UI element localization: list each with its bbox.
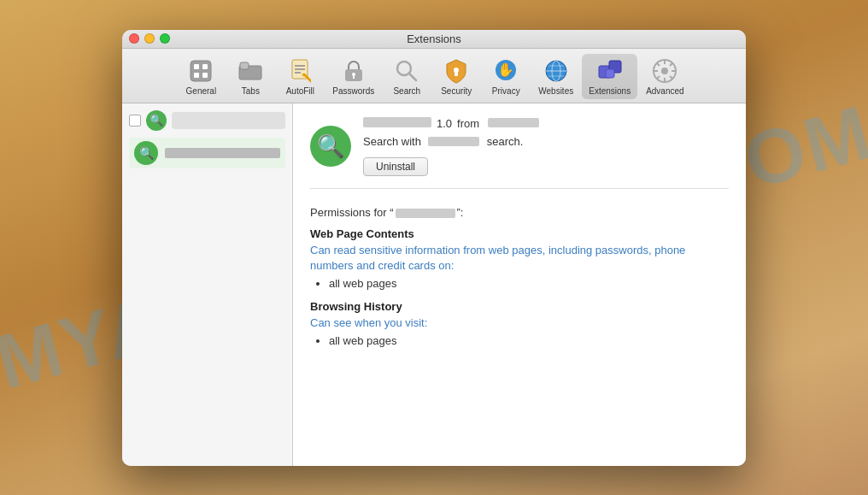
extension-name-row: 1.0 from bbox=[363, 117, 729, 130]
svg-line-35 bbox=[670, 76, 673, 80]
perm-group-desc-1: Can see when you visit: bbox=[310, 315, 729, 331]
toolbar-item-autofill[interactable]: AutoFill bbox=[276, 54, 324, 99]
perm-list-item: all web pages bbox=[329, 334, 729, 347]
passwords-icon bbox=[340, 57, 367, 85]
toolbar-label-passwords: Passwords bbox=[332, 86, 374, 96]
permissions-name-bar bbox=[396, 209, 455, 218]
toolbar-item-security[interactable]: Security bbox=[432, 54, 480, 99]
svg-rect-27 bbox=[606, 69, 614, 78]
svg-line-34 bbox=[657, 62, 660, 66]
svg-rect-13 bbox=[353, 75, 355, 79]
toolbar-label-search: Search bbox=[393, 86, 420, 96]
uninstall-button[interactable]: Uninstall bbox=[363, 157, 428, 176]
perm-group-desc-0: Can read sensitive information from web … bbox=[310, 243, 729, 274]
content-area: 🔍 🔍 🔍 1.0 from bbox=[122, 103, 746, 466]
permission-group-web-page-contents: Web Page Contents Can read sensitive inf… bbox=[310, 227, 729, 290]
toolbar-label-privacy: Privacy bbox=[492, 86, 520, 96]
toolbar: General Tabs A bbox=[122, 49, 746, 103]
permissions-section: Permissions for “”: Web Page Contents Ca… bbox=[310, 201, 729, 348]
safari-extensions-window: Extensions General T bbox=[122, 30, 746, 466]
search-toolbar-icon bbox=[393, 57, 420, 85]
perm-group-title-0: Web Page Contents bbox=[310, 227, 729, 240]
toolbar-item-advanced[interactable]: Advanced bbox=[639, 54, 690, 99]
extension-name-bar bbox=[363, 117, 431, 127]
perm-item-text-1-0: all web pages bbox=[329, 334, 397, 347]
svg-rect-6 bbox=[240, 62, 249, 69]
extension-info: 1.0 from Search with search. Uninstall bbox=[363, 117, 729, 176]
minimize-button[interactable] bbox=[144, 33, 155, 44]
close-button[interactable] bbox=[129, 33, 139, 44]
ext-desc-search-with: Search with bbox=[363, 135, 421, 148]
toolbar-label-autofill: AutoFill bbox=[286, 86, 314, 96]
permissions-suffix: ”: bbox=[457, 206, 464, 219]
sidebar: 🔍 🔍 bbox=[122, 103, 293, 466]
svg-text:✋: ✋ bbox=[497, 62, 514, 78]
extension-from-bar bbox=[488, 118, 539, 127]
security-icon bbox=[443, 57, 470, 85]
sidebar-toolbar: 🔍 bbox=[129, 110, 285, 131]
svg-rect-0 bbox=[191, 61, 211, 81]
svg-rect-3 bbox=[194, 73, 199, 78]
main-panel: 🔍 1.0 from Search with search. Unins bbox=[293, 103, 746, 466]
toolbar-item-search[interactable]: Search bbox=[383, 54, 431, 99]
toolbar-item-tabs[interactable]: Tabs bbox=[226, 54, 274, 99]
svg-rect-4 bbox=[202, 73, 208, 78]
sidebar-extension-icon: 🔍 bbox=[134, 141, 158, 165]
ext-desc-suffix: search. bbox=[487, 135, 524, 148]
svg-rect-17 bbox=[455, 72, 458, 76]
toolbar-item-websites[interactable]: Websites bbox=[531, 54, 580, 99]
permission-group-browsing-history: Browsing History Can see when you visit:… bbox=[310, 300, 729, 347]
ext-desc-name-bar bbox=[428, 137, 479, 146]
permissions-prefix: Permissions for “ bbox=[310, 206, 394, 219]
extension-description: Search with search. bbox=[363, 133, 729, 149]
sidebar-checkbox[interactable] bbox=[129, 115, 141, 127]
toolbar-label-websites: Websites bbox=[538, 86, 573, 96]
perm-list-item: all web pages bbox=[329, 277, 729, 290]
extension-icon: 🔍 bbox=[310, 126, 351, 167]
toolbar-label-tabs: Tabs bbox=[242, 86, 260, 96]
tabs-icon bbox=[237, 57, 264, 85]
toolbar-label-advanced: Advanced bbox=[646, 86, 683, 96]
websites-icon bbox=[542, 57, 570, 85]
extensions-icon bbox=[596, 57, 624, 85]
sidebar-extension-name bbox=[165, 148, 280, 158]
general-icon bbox=[187, 57, 214, 85]
extension-version: 1.0 bbox=[437, 117, 452, 130]
toolbar-label-security: Security bbox=[441, 86, 472, 96]
svg-line-37 bbox=[657, 76, 660, 80]
traffic-lights bbox=[129, 33, 170, 44]
uninstall-row: Uninstall bbox=[363, 149, 729, 176]
svg-line-36 bbox=[670, 62, 673, 66]
perm-list-0: all web pages bbox=[310, 277, 729, 290]
titlebar: Extensions bbox=[122, 30, 746, 49]
sidebar-search-icon: 🔍 bbox=[146, 110, 167, 131]
svg-rect-1 bbox=[194, 64, 199, 69]
svg-rect-2 bbox=[202, 64, 208, 69]
advanced-icon bbox=[651, 57, 678, 85]
sidebar-extension-item[interactable]: 🔍 bbox=[129, 138, 285, 168]
toolbar-item-privacy[interactable]: ✋ Privacy bbox=[482, 54, 530, 99]
toolbar-item-passwords[interactable]: Passwords bbox=[326, 54, 381, 99]
permissions-title: Permissions for “”: bbox=[310, 206, 729, 219]
svg-line-15 bbox=[409, 74, 416, 80]
perm-group-title-1: Browsing History bbox=[310, 300, 729, 313]
perm-item-text-0-0: all web pages bbox=[329, 277, 397, 290]
maximize-button[interactable] bbox=[160, 33, 170, 44]
autofill-icon bbox=[286, 57, 314, 85]
toolbar-label-general: General bbox=[186, 86, 217, 96]
window-title: Extensions bbox=[407, 32, 461, 45]
svg-point-29 bbox=[661, 68, 668, 74]
toolbar-item-general[interactable]: General bbox=[177, 54, 225, 99]
toolbar-item-extensions[interactable]: Extensions bbox=[582, 54, 637, 99]
extension-header: 🔍 1.0 from Search with search. Unins bbox=[310, 117, 729, 189]
extension-from-label: from bbox=[457, 117, 479, 130]
privacy-icon: ✋ bbox=[492, 57, 519, 85]
toolbar-label-extensions: Extensions bbox=[589, 86, 630, 96]
sidebar-search-bar bbox=[172, 112, 285, 129]
perm-list-1: all web pages bbox=[310, 334, 729, 347]
